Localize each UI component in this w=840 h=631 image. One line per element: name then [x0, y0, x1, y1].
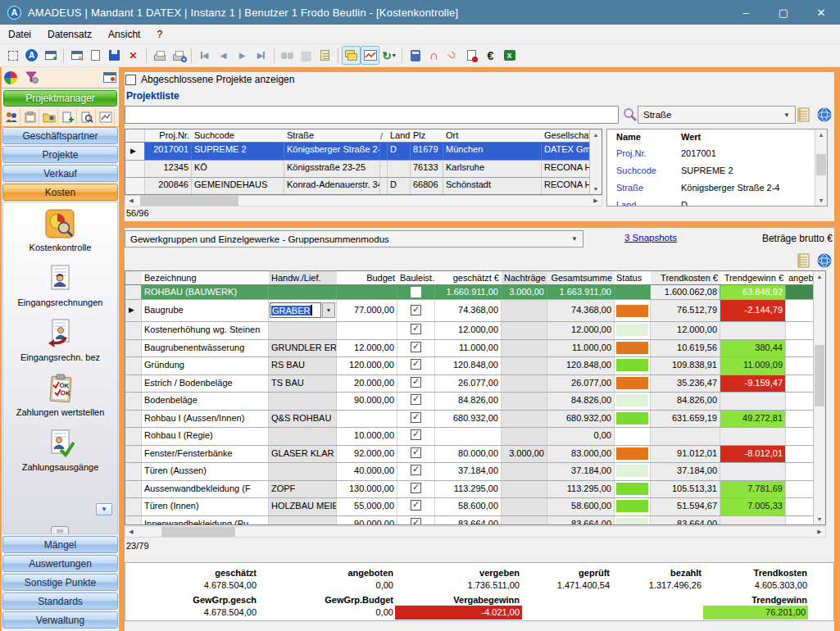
scroll-right-icon[interactable]: ▶ [590, 196, 602, 206]
scroll-down-icon[interactable]: ▼ [815, 195, 827, 206]
chart-icon[interactable] [361, 46, 379, 65]
sidebar-group-projektmanager[interactable]: Projektmanager [3, 90, 117, 107]
folder-user-icon[interactable] [41, 109, 58, 125]
cost-row[interactable]: Innenwandbekleidung (Pu90.000,0083.664,0… [125, 516, 825, 526]
sidebar-scroll-down-button[interactable]: ▼ [96, 503, 112, 515]
cost-row[interactable]: Rohbau I (Regie)10.000,000,00 [125, 428, 825, 446]
refresh-icon[interactable]: ↻▾ [379, 46, 398, 65]
cost-row[interactable]: Estrich / BodenbelägeTS BAU20.000,0026.0… [125, 375, 825, 393]
copy-records-icon[interactable] [342, 46, 361, 65]
cost-row[interactable]: Fenster/FensterbänkeGLASER KLAR92.000,00… [125, 446, 825, 464]
amadeus-home-icon[interactable]: A [22, 46, 41, 65]
menu-datei[interactable]: Datei [0, 26, 39, 43]
menu-ansicht[interactable]: Ansicht [100, 26, 148, 43]
cost-row-editing[interactable]: Baugrube GRABER ▼ 77.000,00 74.368,00 74… [125, 300, 825, 322]
sidebar-section-projekte[interactable]: Projekte [2, 146, 118, 163]
bauleistung-checkbox[interactable] [411, 483, 421, 493]
sidebar-section-kosten[interactable]: Kosten [2, 184, 118, 201]
project-vscrollbar[interactable]: ▲ ▼ [589, 129, 602, 194]
bauleistung-checkbox[interactable] [411, 394, 421, 405]
hide-panel-icon[interactable] [103, 72, 116, 83]
project-row[interactable]: 200846 GEMEINDEHAUS Konrad-Adenauerstr. … [125, 178, 602, 195]
euro-icon[interactable]: € [481, 46, 500, 65]
calculator-icon[interactable] [406, 46, 425, 65]
print-preview-icon[interactable] [169, 46, 188, 65]
detail-row[interactable]: Suchcode SUPREME 2 [607, 161, 827, 179]
detail-row[interactable]: Proj.Nr. 2017001 [607, 144, 827, 161]
bauleistung-checkbox[interactable] [411, 359, 421, 370]
form-designer-icon[interactable]: ✎ [67, 46, 86, 65]
cost-mode-dropdown[interactable]: Gewerkgruppen und Einzelgewerke - Gruppe… [125, 230, 583, 247]
bauleistung-checkbox[interactable] [411, 377, 421, 388]
first-record-icon[interactable]: ◀ [195, 46, 214, 65]
cost-row[interactable]: Türen (Aussen)40.000,0037.184,0037.184,0… [125, 463, 825, 481]
bauleistung-checkbox[interactable] [411, 429, 421, 440]
next-record-icon[interactable]: ▶ [233, 46, 252, 65]
combobox-dropdown-button[interactable]: ▼ [322, 302, 335, 318]
palette-icon[interactable] [4, 71, 17, 84]
sidebar-section-verwaltung[interactable]: Verwaltung [2, 611, 118, 629]
cost-row[interactable]: Rohbau I (Aussen/Innen)Q&S ROHBAU680.932… [125, 411, 825, 429]
bauleistung-checkbox[interactable] [411, 447, 421, 458]
license-icon[interactable] [462, 46, 481, 65]
filter-settings-icon[interactable] [25, 71, 39, 84]
bauleistung-checkbox[interactable] [411, 287, 421, 297]
cost-row[interactable]: Bodenbeläge90.000,0084.826,0084.826,0084… [125, 393, 825, 411]
scroll-up-icon[interactable]: ▲ [814, 271, 825, 282]
scroll-down-icon[interactable]: ▼ [814, 514, 825, 524]
scroll-up-icon[interactable]: ▲ [590, 129, 602, 140]
partners-icon[interactable] [3, 109, 20, 125]
sidebar-item-eingangsrechnungen[interactable]: Eingangsrechnungen [18, 263, 103, 307]
last-record-icon[interactable]: ▶ [252, 46, 270, 65]
notebook-icon[interactable] [797, 252, 811, 269]
detail-vscrollbar[interactable]: ▲ ▼ [815, 129, 827, 206]
sidebar-item-eingangsrechn-bez[interactable]: Eingangsrechn. bez [20, 318, 100, 362]
sidebar-section-maengel[interactable]: Mängel [2, 536, 118, 553]
detail-row[interactable]: Land D [607, 196, 827, 207]
close-button[interactable]: ✕ [802, 0, 840, 25]
sidebar-section-geschaeftspartner[interactable]: Geschäftspartner [2, 127, 118, 144]
scroll-down-icon[interactable]: ▼ [590, 184, 602, 194]
handwerker-combobox[interactable]: GRABER [270, 302, 321, 318]
cost-group-row[interactable]: ROHBAU (BAUWERK) 1.660.911,00 3.000,00 1… [125, 285, 825, 300]
bauleistung-checkbox[interactable] [411, 305, 421, 316]
detail-row[interactable]: Straße Königsberger Straße 2-4 [607, 179, 827, 196]
delete-icon[interactable]: ✕ [124, 46, 143, 65]
project-search-input[interactable] [125, 106, 619, 124]
cost-hscrollbar[interactable]: ◀ ▶ [125, 526, 826, 538]
globe-icon[interactable] [817, 107, 833, 123]
exit-icon[interactable]: ◄ [41, 46, 60, 65]
search-icon[interactable] [623, 107, 638, 122]
scroll-left-icon[interactable]: ◀ [125, 196, 137, 206]
bauleistung-checkbox[interactable] [411, 342, 421, 352]
sidebar-section-verkauf[interactable]: Verkauf [2, 165, 118, 182]
scroll-left-icon[interactable]: ◀ [125, 527, 137, 537]
snapshots-link[interactable]: 3 Snapshots [624, 233, 677, 243]
cost-row[interactable]: Türen (Innen)HOLZBAU MEIE55.000,0058.600… [125, 498, 825, 516]
sidebar-section-auswertungen[interactable]: Auswertungen [2, 555, 118, 572]
sidebar-item-kostenkontrolle[interactable]: Kostenkontrolle [30, 208, 92, 252]
maximize-button[interactable]: ▢ [765, 0, 802, 25]
project-hscrollbar[interactable]: ◀ ▶ [125, 195, 602, 207]
magnet-icon[interactable]: ∩ [425, 46, 443, 65]
clipboard-icon[interactable] [22, 109, 39, 125]
project-row[interactable]: 2017001 SUPREME 2 Königsberger Straße 2-… [125, 143, 602, 161]
sidebar-section-sonstige-punkte[interactable]: Sonstige Punkte [2, 574, 118, 591]
cost-row[interactable]: GründungRS BAU120.000,00120.848,00120.84… [125, 357, 825, 375]
excel-export-icon[interactable]: X [500, 46, 519, 65]
search-doc-icon[interactable] [79, 109, 96, 125]
cost-vscrollbar[interactable]: ▲ ▼ [813, 271, 825, 524]
print-icon[interactable] [150, 46, 169, 65]
minimize-button[interactable]: – [727, 0, 765, 25]
chart-small-icon[interactable] [98, 109, 115, 125]
cost-row[interactable]: Aussenwandbekleidung (FZOPF130.000,00113… [125, 481, 825, 499]
bauleistung-checkbox[interactable] [411, 500, 421, 511]
search-binoculars-icon[interactable] [278, 46, 297, 65]
project-row[interactable]: 12345 KÖ Königsstraße 23-25 76133 Karlsr… [125, 161, 602, 179]
menu-datensatz[interactable]: Datensatz [39, 26, 100, 43]
menu-help[interactable]: ? [148, 26, 170, 43]
save-icon[interactable] [105, 46, 124, 65]
bauleistung-checkbox[interactable] [411, 412, 421, 423]
sidebar-item-zahlungsausgaenge[interactable]: Zahlungsausgänge [22, 428, 99, 472]
show-closed-checkbox[interactable] [125, 75, 136, 85]
